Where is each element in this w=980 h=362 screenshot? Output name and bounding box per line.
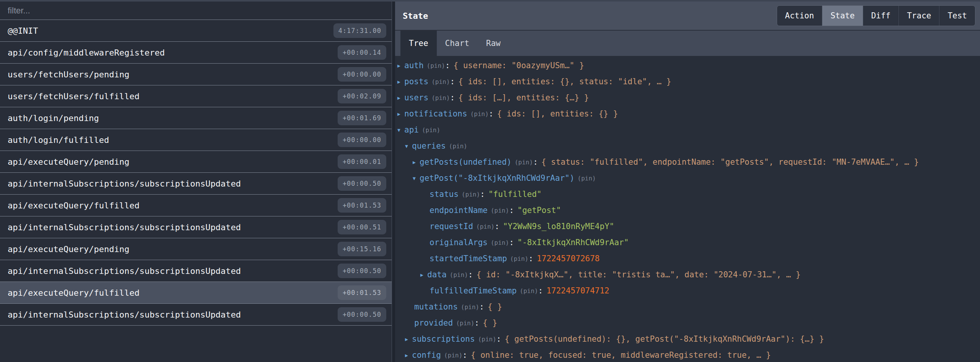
tree-node[interactable]: ▼getPost("-8xItkjkqXnRhCWd9rAar")(pin) — [395, 170, 980, 186]
tree-value: { } — [483, 318, 497, 328]
action-row[interactable]: api/config/middlewareRegistered+00:00.14 — [0, 42, 392, 64]
expand-arrow-icon[interactable]: ▶ — [405, 336, 412, 342]
action-row[interactable]: users/fetchUsers/fulfilled+00:02.09 — [0, 85, 392, 107]
subtab-tree[interactable]: Tree — [400, 31, 437, 56]
inspector-panel: State ActionStateDiffTraceTest TreeChart… — [395, 2, 980, 362]
expand-arrow-icon[interactable]: ▶ — [397, 111, 404, 117]
pin-label[interactable]: (pin) — [449, 143, 467, 150]
action-row[interactable]: api/internalSubscriptions/subscriptionsU… — [0, 304, 392, 326]
expand-arrow-icon[interactable]: ▶ — [405, 352, 412, 358]
action-row[interactable]: api/executeQuery/fulfilled+00:01.53 — [0, 282, 392, 304]
tree-value: { ids: […], entities: {…} } — [458, 93, 589, 102]
tree-node[interactable]: status(pin):"fulfilled" — [395, 186, 980, 202]
pin-label[interactable]: (pin) — [427, 62, 445, 69]
action-row[interactable]: auth/login/fulfilled+00:00.00 — [0, 129, 392, 151]
action-row[interactable]: api/executeQuery/fulfilled+00:01.53 — [0, 195, 392, 216]
action-timestamp-badge: +00:00.14 — [338, 45, 386, 60]
action-row[interactable]: api/executeQuery/pending+00:15.16 — [0, 238, 392, 260]
action-timestamp-badge: +00:15.16 — [338, 242, 386, 256]
tree-node[interactable]: fulfilledTimeStamp(pin):1722457074712 — [395, 283, 980, 299]
expand-arrow-icon[interactable]: ▶ — [397, 63, 404, 69]
tab-action[interactable]: Action — [777, 6, 822, 26]
tab-state[interactable]: State — [822, 6, 862, 26]
tree-node[interactable]: ▶users(pin):{ ids: […], entities: {…} } — [395, 90, 980, 106]
pin-label[interactable]: (pin) — [476, 223, 495, 230]
tree-key: api — [404, 125, 419, 134]
tree-node[interactable]: endpointName(pin):"getPost" — [395, 202, 980, 218]
expand-arrow-icon[interactable]: ▶ — [420, 272, 427, 278]
collapse-arrow-icon[interactable]: ▼ — [405, 143, 412, 149]
tree-node[interactable]: startedTimeStamp(pin):1722457072678 — [395, 251, 980, 267]
pin-label[interactable]: (pin) — [422, 126, 440, 134]
tree-node[interactable]: ▶subscriptions(pin):{ getPosts(undefined… — [395, 331, 980, 347]
tree-node[interactable]: ▼queries(pin) — [395, 138, 980, 154]
tree-colon: : — [479, 302, 484, 311]
tree-node[interactable]: originalArgs(pin):"-8xItkjkqXnRhCWd9rAar… — [395, 234, 980, 251]
tree-value: "-8xItkjkqXnRhCWd9rAar" — [518, 238, 629, 247]
pin-label[interactable]: (pin) — [450, 271, 468, 278]
action-timestamp-badge: +00:00.50 — [338, 264, 386, 278]
action-list-panel: @@INIT4:17:31.00api/config/middlewareReg… — [0, 2, 392, 362]
tree-node[interactable]: mutations(pin):{ } — [395, 299, 980, 315]
pin-label[interactable]: (pin) — [478, 336, 496, 343]
action-label: users/fetchUsers/pending — [8, 70, 338, 79]
tree-key: subscriptions — [412, 334, 475, 344]
pin-label[interactable]: (pin) — [491, 207, 509, 214]
expand-arrow-icon[interactable]: ▶ — [413, 159, 420, 165]
tree-node[interactable]: ▶notifications(pin):{ ids: [], entities:… — [395, 106, 980, 122]
pin-label[interactable]: (pin) — [431, 94, 450, 102]
action-label: api/internalSubscriptions/subscriptionsU… — [8, 223, 338, 232]
pin-label[interactable]: (pin) — [491, 239, 509, 246]
pin-label[interactable]: (pin) — [520, 287, 538, 295]
tree-node[interactable]: ▶data(pin):{ id: "-8xItkjkqX…", title: "… — [395, 267, 980, 283]
tree-node[interactable]: ▶posts(pin):{ ids: [], entities: {}, sta… — [395, 74, 980, 90]
subtab-chart[interactable]: Chart — [437, 31, 478, 56]
pin-label[interactable]: (pin) — [578, 175, 596, 182]
tree-node[interactable]: requestId(pin):"Y2WwN9s_lo810nRyME4pY" — [395, 218, 980, 234]
state-tree: ▶auth(pin):{ username: "0oazymyUSm…" }▶p… — [395, 56, 980, 362]
expand-arrow-icon[interactable]: ▶ — [397, 95, 404, 101]
tab-trace[interactable]: Trace — [898, 6, 939, 26]
tree-colon: : — [489, 109, 494, 118]
action-timestamp-badge: +00:00.50 — [338, 307, 386, 322]
tab-diff[interactable]: Diff — [863, 6, 899, 26]
tree-value: "fulfilled" — [488, 190, 542, 199]
action-row[interactable]: api/executeQuery/pending+00:00.01 — [0, 151, 392, 173]
tree-colon: : — [480, 190, 485, 199]
action-row[interactable]: api/internalSubscriptions/subscriptionsU… — [0, 216, 392, 238]
action-label: api/executeQuery/pending — [8, 157, 338, 167]
action-row[interactable]: api/internalSubscriptions/subscriptionsU… — [0, 260, 392, 282]
action-row[interactable]: auth/login/pending+00:01.69 — [0, 107, 392, 129]
pin-label[interactable]: (pin) — [514, 159, 533, 166]
tree-node[interactable]: ▶config(pin):{ online: true, focused: tr… — [395, 347, 980, 362]
tree-key: config — [412, 351, 441, 360]
pin-label[interactable]: (pin) — [431, 78, 450, 85]
collapse-arrow-icon[interactable]: ▼ — [397, 127, 404, 133]
tab-test[interactable]: Test — [939, 6, 975, 26]
action-row[interactable]: @@INIT4:17:31.00 — [0, 20, 392, 42]
tree-colon: : — [509, 206, 514, 215]
tree-key: startedTimeStamp — [430, 254, 507, 263]
tree-node[interactable]: ▼api(pin) — [395, 122, 980, 138]
action-row[interactable]: users/fetchUsers/pending+00:00.00 — [0, 64, 392, 85]
pin-label[interactable]: (pin) — [456, 319, 474, 327]
action-row[interactable]: api/internalSubscriptions/subscriptionsU… — [0, 173, 392, 195]
action-label: api/config/middlewareRegistered — [8, 48, 338, 57]
subtab-raw[interactable]: Raw — [478, 31, 509, 56]
pin-label[interactable]: (pin) — [470, 110, 488, 118]
pin-label[interactable]: (pin) — [444, 352, 462, 359]
tree-value: { ids: [], entities: {} } — [497, 109, 618, 118]
tree-colon: : — [474, 318, 479, 328]
tree-node[interactable]: provided(pin):{ } — [395, 315, 980, 331]
pin-label[interactable]: (pin) — [510, 255, 528, 262]
collapse-arrow-icon[interactable]: ▼ — [413, 175, 420, 181]
expand-arrow-icon[interactable]: ▶ — [397, 79, 404, 85]
pin-label[interactable]: (pin) — [462, 191, 480, 198]
action-timestamp-badge: +00:00.51 — [338, 220, 386, 234]
filter-input[interactable] — [8, 6, 384, 16]
tree-node[interactable]: ▶getPosts(undefined)(pin):{ status: "ful… — [395, 154, 980, 170]
action-filter-row — [0, 2, 392, 20]
tree-node[interactable]: ▶auth(pin):{ username: "0oazymyUSm…" } — [395, 57, 980, 74]
redux-devtools: @@INIT4:17:31.00api/config/middlewareReg… — [0, 0, 980, 362]
pin-label[interactable]: (pin) — [461, 303, 479, 311]
